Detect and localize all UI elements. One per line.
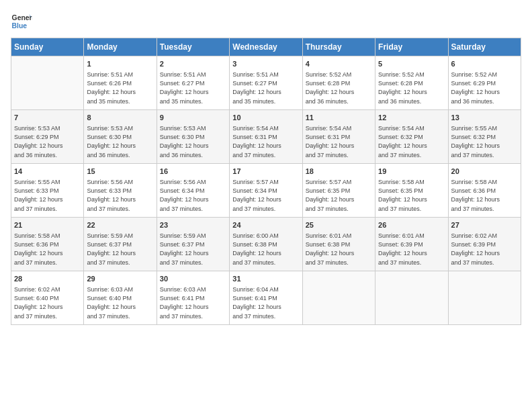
day-info: Sunrise: 5:53 AM Sunset: 6:30 PM Dayligh… [160, 124, 226, 159]
logo: GeneralBlue [11, 11, 32, 32]
calendar-cell: 9Sunrise: 5:53 AM Sunset: 6:30 PM Daylig… [157, 110, 229, 164]
day-info: Sunrise: 5:54 AM Sunset: 6:31 PM Dayligh… [232, 124, 299, 159]
day-info: Sunrise: 5:51 AM Sunset: 6:27 PM Dayligh… [160, 71, 226, 105]
day-info: Sunrise: 6:04 AM Sunset: 6:41 PM Dayligh… [232, 285, 299, 320]
header-day: Saturday [448, 38, 521, 56]
calendar-cell: 17Sunrise: 5:57 AM Sunset: 6:34 PM Dayli… [230, 164, 302, 218]
calendar-cell: 14Sunrise: 5:55 AM Sunset: 6:33 PM Dayli… [11, 164, 84, 218]
day-info: Sunrise: 5:58 AM Sunset: 6:36 PM Dayligh… [14, 232, 81, 267]
day-info: Sunrise: 5:53 AM Sunset: 6:30 PM Dayligh… [87, 124, 153, 159]
calendar-cell: 10Sunrise: 5:54 AM Sunset: 6:31 PM Dayli… [230, 110, 302, 164]
calendar-cell: 25Sunrise: 6:01 AM Sunset: 6:38 PM Dayli… [302, 218, 375, 271]
day-number: 17 [232, 167, 299, 177]
calendar-cell [11, 56, 84, 110]
day-number: 28 [14, 274, 81, 284]
day-info: Sunrise: 5:57 AM Sunset: 6:35 PM Dayligh… [306, 178, 372, 213]
day-number: 10 [232, 113, 299, 123]
calendar-week: 21Sunrise: 5:58 AM Sunset: 6:36 PM Dayli… [11, 218, 521, 271]
day-number: 6 [451, 59, 518, 69]
day-number: 15 [87, 167, 153, 177]
calendar-cell: 6Sunrise: 5:52 AM Sunset: 6:29 PM Daylig… [448, 56, 521, 110]
svg-text:General: General [12, 14, 32, 21]
calendar-cell: 12Sunrise: 5:54 AM Sunset: 6:32 PM Dayli… [375, 110, 448, 164]
day-info: Sunrise: 5:52 AM Sunset: 6:29 PM Dayligh… [451, 71, 518, 105]
calendar-week: 28Sunrise: 6:02 AM Sunset: 6:40 PM Dayli… [11, 271, 521, 325]
day-number: 19 [378, 167, 445, 177]
day-number: 20 [451, 167, 518, 177]
svg-text:Blue: Blue [12, 22, 28, 30]
day-number: 18 [306, 167, 372, 177]
day-number: 5 [378, 59, 445, 69]
day-info: Sunrise: 5:57 AM Sunset: 6:34 PM Dayligh… [232, 178, 299, 213]
calendar-cell: 15Sunrise: 5:56 AM Sunset: 6:33 PM Dayli… [84, 164, 157, 218]
day-number: 14 [14, 167, 81, 177]
day-number: 23 [160, 220, 226, 230]
calendar-cell: 22Sunrise: 5:59 AM Sunset: 6:37 PM Dayli… [84, 218, 157, 271]
calendar-cell: 30Sunrise: 6:03 AM Sunset: 6:41 PM Dayli… [157, 271, 229, 325]
calendar-week: 14Sunrise: 5:55 AM Sunset: 6:33 PM Dayli… [11, 164, 521, 218]
calendar-cell [448, 271, 521, 325]
day-number: 25 [306, 220, 372, 230]
day-info: Sunrise: 5:59 AM Sunset: 6:37 PM Dayligh… [87, 232, 153, 267]
calendar-table: SundayMondayTuesdayWednesdayThursdayFrid… [11, 38, 521, 325]
calendar-cell: 8Sunrise: 5:53 AM Sunset: 6:30 PM Daylig… [84, 110, 157, 164]
calendar-week: 7Sunrise: 5:53 AM Sunset: 6:29 PM Daylig… [11, 110, 521, 164]
day-number: 13 [451, 113, 518, 123]
calendar-cell: 20Sunrise: 5:58 AM Sunset: 6:36 PM Dayli… [448, 164, 521, 218]
day-number: 12 [378, 113, 445, 123]
day-info: Sunrise: 5:56 AM Sunset: 6:33 PM Dayligh… [87, 178, 153, 213]
day-info: Sunrise: 5:58 AM Sunset: 6:35 PM Dayligh… [378, 178, 445, 213]
calendar-cell: 16Sunrise: 5:56 AM Sunset: 6:34 PM Dayli… [157, 164, 229, 218]
header-day: Wednesday [230, 38, 302, 56]
header-row: SundayMondayTuesdayWednesdayThursdayFrid… [11, 38, 521, 56]
day-info: Sunrise: 5:54 AM Sunset: 6:31 PM Dayligh… [306, 124, 372, 159]
header-day: Sunday [11, 38, 84, 56]
calendar-cell [302, 271, 375, 325]
calendar-cell: 11Sunrise: 5:54 AM Sunset: 6:31 PM Dayli… [302, 110, 375, 164]
calendar-week: 1Sunrise: 5:51 AM Sunset: 6:26 PM Daylig… [11, 56, 521, 110]
day-info: Sunrise: 5:55 AM Sunset: 6:33 PM Dayligh… [14, 178, 81, 213]
day-info: Sunrise: 5:51 AM Sunset: 6:26 PM Dayligh… [87, 71, 153, 105]
day-info: Sunrise: 5:59 AM Sunset: 6:37 PM Dayligh… [160, 232, 226, 267]
calendar-cell: 5Sunrise: 5:52 AM Sunset: 6:28 PM Daylig… [375, 56, 448, 110]
day-number: 16 [160, 167, 226, 177]
day-number: 8 [87, 113, 153, 123]
day-number: 27 [451, 220, 518, 230]
calendar-cell: 4Sunrise: 5:52 AM Sunset: 6:28 PM Daylig… [302, 56, 375, 110]
calendar-cell: 1Sunrise: 5:51 AM Sunset: 6:26 PM Daylig… [84, 56, 157, 110]
day-info: Sunrise: 5:58 AM Sunset: 6:36 PM Dayligh… [451, 178, 518, 213]
header-day: Thursday [302, 38, 375, 56]
day-number: 11 [306, 113, 372, 123]
calendar-cell: 28Sunrise: 6:02 AM Sunset: 6:40 PM Dayli… [11, 271, 84, 325]
calendar-cell: 19Sunrise: 5:58 AM Sunset: 6:35 PM Dayli… [375, 164, 448, 218]
calendar-cell: 3Sunrise: 5:51 AM Sunset: 6:27 PM Daylig… [230, 56, 302, 110]
day-number: 3 [232, 59, 299, 69]
day-info: Sunrise: 5:51 AM Sunset: 6:27 PM Dayligh… [232, 71, 299, 105]
day-info: Sunrise: 5:52 AM Sunset: 6:28 PM Dayligh… [378, 71, 445, 105]
day-info: Sunrise: 6:01 AM Sunset: 6:39 PM Dayligh… [378, 232, 445, 267]
day-info: Sunrise: 5:52 AM Sunset: 6:28 PM Dayligh… [306, 71, 372, 105]
calendar-cell: 29Sunrise: 6:03 AM Sunset: 6:40 PM Dayli… [84, 271, 157, 325]
day-number: 30 [160, 274, 226, 284]
header: GeneralBlue [11, 11, 521, 32]
day-number: 4 [306, 59, 372, 69]
day-number: 31 [232, 274, 299, 284]
day-number: 7 [14, 113, 81, 123]
day-number: 29 [87, 274, 153, 284]
calendar-cell: 23Sunrise: 5:59 AM Sunset: 6:37 PM Dayli… [157, 218, 229, 271]
calendar-body: 1Sunrise: 5:51 AM Sunset: 6:26 PM Daylig… [11, 56, 521, 325]
logo-icon: GeneralBlue [11, 11, 32, 32]
day-number: 9 [160, 113, 226, 123]
day-info: Sunrise: 6:02 AM Sunset: 6:40 PM Dayligh… [14, 285, 81, 320]
day-number: 24 [232, 220, 299, 230]
calendar-cell: 7Sunrise: 5:53 AM Sunset: 6:29 PM Daylig… [11, 110, 84, 164]
day-number: 2 [160, 59, 226, 69]
calendar-header: SundayMondayTuesdayWednesdayThursdayFrid… [11, 38, 521, 56]
calendar-cell: 21Sunrise: 5:58 AM Sunset: 6:36 PM Dayli… [11, 218, 84, 271]
day-info: Sunrise: 6:00 AM Sunset: 6:38 PM Dayligh… [232, 232, 299, 267]
header-day: Monday [84, 38, 157, 56]
header-day: Friday [375, 38, 448, 56]
calendar-cell [375, 271, 448, 325]
day-number: 1 [87, 59, 153, 69]
calendar-cell: 18Sunrise: 5:57 AM Sunset: 6:35 PM Dayli… [302, 164, 375, 218]
